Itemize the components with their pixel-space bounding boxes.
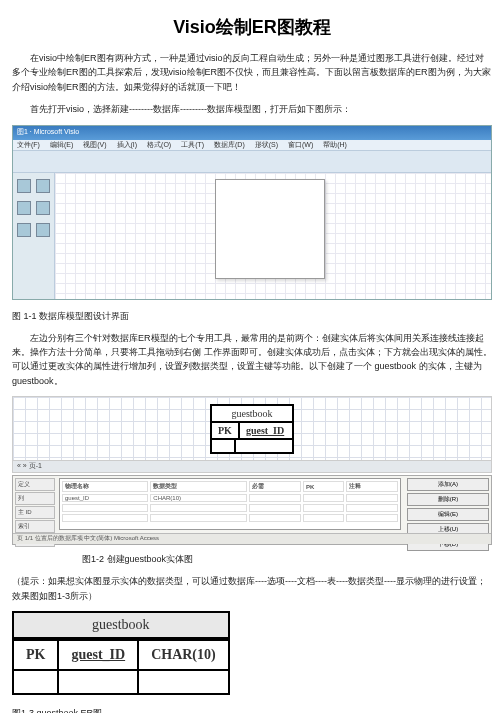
paragraph-tools: 左边分别有三个针对数据库ER模型的七个专用工具，最常用的是前两个：创建实体后将实… <box>12 331 492 389</box>
status-bar: 页 1/1 位置后的数据库项 中文(简体) Microsoft Access <box>13 533 491 544</box>
entity-pk-label: PK <box>14 639 59 669</box>
window-titlebar: 图1 · Microsoft Visio <box>13 126 491 140</box>
blank-page <box>215 179 325 279</box>
menubar: 文件(F) 编辑(E) 视图(V) 插入(I) 格式(O) 工具(T) 数据库(… <box>13 140 491 151</box>
grid-cell[interactable]: guest_ID <box>62 494 148 502</box>
prop-tab[interactable]: 主 ID <box>15 506 55 519</box>
columns-grid[interactable]: 物理名称 数据类型 必需 PK 注释 guest_ID CHAR(10) <box>59 478 401 530</box>
intro-paragraph: 在visio中绘制ER图有两种方式，一种是通过visio的反向工程自动生成；另外… <box>12 51 492 94</box>
entity-empty-section <box>212 438 292 452</box>
entity-pk-type: CHAR(10) <box>139 639 228 669</box>
grid-cell[interactable] <box>303 494 344 502</box>
entity-guestbook-small[interactable]: guestbook PK guest_ID <box>210 404 294 454</box>
shape-stencil-icon[interactable] <box>17 223 31 237</box>
remove-button[interactable]: 删除(R) <box>407 493 489 506</box>
entity-pk-column: guest_ID <box>240 423 290 438</box>
grid-cell[interactable]: CHAR(10) <box>150 494 247 502</box>
figure-caption-1-1: 图 1-1 数据库模型图设计界面 <box>12 310 492 323</box>
hint-paragraph: （提示：如果想实体图显示实体的数据类型，可以通过数据库----选项----文档-… <box>12 574 492 603</box>
figure-entity-with-type: guestbook PK guest_ID CHAR(10) <box>12 611 492 695</box>
menu-item[interactable]: 视图(V) <box>83 141 106 148</box>
prop-tab[interactable]: 索引 <box>15 520 55 533</box>
prop-tab[interactable]: 定义 <box>15 478 55 491</box>
shape-stencil-icon[interactable] <box>36 179 50 193</box>
figure-caption-1-3: 图1-3 guestbook ER图 <box>12 707 492 713</box>
menu-item[interactable]: 形状(S) <box>255 141 278 148</box>
grid-header: 必需 <box>249 481 301 492</box>
shape-stencil-icon[interactable] <box>17 179 31 193</box>
diagram-canvas[interactable]: guestbook PK guest_ID <box>12 396 492 461</box>
prop-tab[interactable]: 列 <box>15 492 55 505</box>
menu-item[interactable]: 文件(F) <box>17 141 40 148</box>
grid-header: 物理名称 <box>62 481 148 492</box>
entity-empty-cell <box>14 669 59 693</box>
entity-empty-cell <box>139 669 228 693</box>
grid-cell[interactable] <box>346 494 398 502</box>
shape-stencil-icon[interactable] <box>36 201 50 215</box>
page-tab-bar[interactable]: « » 页-1 <box>12 461 492 473</box>
shape-stencil-icon[interactable] <box>17 201 31 215</box>
properties-panel: 定义 列 主 ID 索引 触发器 物理名称 数据类型 必需 PK 注释 gues… <box>12 475 492 545</box>
shape-stencil-icon[interactable] <box>36 223 50 237</box>
toolbar <box>13 151 491 173</box>
drawing-canvas[interactable] <box>55 173 491 300</box>
figure-caption-1-2: 图1-2 创建guestbook实体图 <box>12 553 492 566</box>
menu-item[interactable]: 编辑(E) <box>50 141 73 148</box>
figure-entity-and-props: guestbook PK guest_ID « » 页-1 定义 列 主 ID … <box>12 396 492 545</box>
entity-empty-cell <box>59 669 139 693</box>
entity-pk-label: PK <box>212 423 240 438</box>
menu-item[interactable]: 工具(T) <box>181 141 204 148</box>
menu-item[interactable]: 插入(I) <box>117 141 138 148</box>
grid-header: 注释 <box>346 481 398 492</box>
entity-name: guestbook <box>14 613 228 639</box>
entity-name: guestbook <box>212 406 292 423</box>
menu-item[interactable]: 窗口(W) <box>288 141 313 148</box>
grid-cell[interactable] <box>249 494 301 502</box>
grid-header: PK <box>303 481 344 492</box>
menu-item[interactable]: 格式(O) <box>147 141 171 148</box>
grid-header: 数据类型 <box>150 481 247 492</box>
menu-item[interactable]: 数据库(D) <box>214 141 245 148</box>
page-title: Visio绘制ER图教程 <box>12 15 492 39</box>
menu-item[interactable]: 帮助(H) <box>323 141 347 148</box>
shapes-panel <box>13 173 55 300</box>
entity-guestbook-big: guestbook PK guest_ID CHAR(10) <box>12 611 230 695</box>
edit-button[interactable]: 编辑(E) <box>407 508 489 521</box>
add-button[interactable]: 添加(A) <box>407 478 489 491</box>
entity-pk-column: guest_ID <box>59 639 139 669</box>
step-open-visio: 首先打开visio，选择新建--------数据库---------数据库模型图… <box>12 102 492 116</box>
figure-visio-window: 图1 · Microsoft Visio 文件(F) 编辑(E) 视图(V) 插… <box>12 125 492 300</box>
